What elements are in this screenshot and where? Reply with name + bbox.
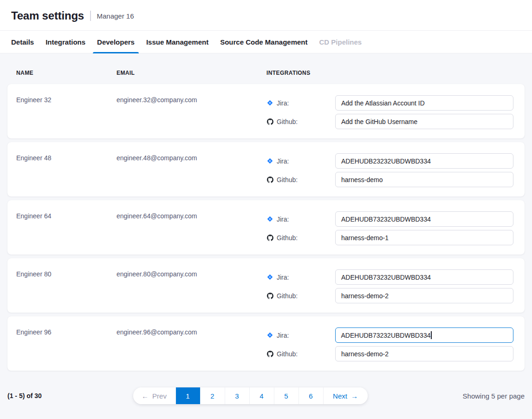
developer-name: Engineer 48 xyxy=(16,153,117,187)
jira-icon xyxy=(266,274,273,280)
jira-input[interactable]: ADEHUDB73232UBDWBD334 xyxy=(335,269,513,285)
table-row: Engineer 64 engineer.64@company.com Jira… xyxy=(7,200,525,255)
tab-bar: DetailsIntegrationsDevelopersIssue Manag… xyxy=(0,30,532,53)
github-input[interactable]: harness-demo-1 xyxy=(335,230,513,245)
page-button-2[interactable]: 2 xyxy=(200,387,225,404)
github-label: Github: xyxy=(277,118,298,125)
column-header-name: NAME xyxy=(16,70,117,76)
integrations-cell: Jira: ADEHUDB23232UBDWBD334 Github: harn… xyxy=(266,153,513,187)
tab-source-code-management[interactable]: Source Code Management xyxy=(216,31,311,53)
integrations-cell: Jira: ADEHUDB73232UBDWBD334 Github: harn… xyxy=(266,327,513,361)
title-divider xyxy=(90,11,91,21)
github-icon xyxy=(266,293,273,299)
github-input[interactable]: harness-demo xyxy=(335,172,513,187)
jira-label: Jira: xyxy=(277,332,289,339)
github-label: Github: xyxy=(277,234,298,242)
pagination-controls: ←Prev123456Next→ xyxy=(133,387,368,404)
jira-label: Jira: xyxy=(277,274,289,281)
arrow-left-icon: ← xyxy=(142,392,149,400)
developer-name: Engineer 96 xyxy=(16,327,117,361)
integrations-cell: Jira: Add the Atlassian Account ID Githu… xyxy=(266,95,513,129)
table-row: Engineer 96 engineer.96@company.com Jira… xyxy=(7,316,525,371)
jira-input[interactable]: ADEHUDB73232UBDWBD334 xyxy=(335,327,513,343)
table-row: Engineer 32 engineer.32@company.com Jira… xyxy=(7,84,525,138)
jira-icon xyxy=(266,216,273,222)
github-icon xyxy=(266,235,273,241)
github-input[interactable]: Add the GitHub Username xyxy=(335,114,513,129)
integrations-cell: Jira: ADEHUDB73232UBDWBD334 Github: harn… xyxy=(266,269,513,303)
tab-cd-pipelines: CD Pipelines xyxy=(315,31,366,53)
developer-name: Engineer 64 xyxy=(16,211,117,245)
page-button-5[interactable]: 5 xyxy=(274,387,298,404)
github-icon xyxy=(266,177,273,183)
developer-name: Engineer 32 xyxy=(16,95,117,129)
table-row: Engineer 80 engineer.80@company.com Jira… xyxy=(7,258,525,313)
github-input[interactable]: harness-demo-2 xyxy=(335,346,513,361)
integrations-cell: Jira: ADEHUDB73232UBDWBD334 Github: harn… xyxy=(266,211,513,245)
per-page-label: Showing 5 per page xyxy=(413,392,525,400)
github-label: Github: xyxy=(277,292,298,300)
github-label: Github: xyxy=(277,350,298,358)
jira-input[interactable]: ADEHUDB23232UBDWBD334 xyxy=(335,153,513,169)
jira-label: Jira: xyxy=(277,216,289,223)
github-label: Github: xyxy=(277,176,298,183)
page-button-6[interactable]: 6 xyxy=(298,387,323,404)
page-button-3[interactable]: 3 xyxy=(225,387,249,404)
page-button-1[interactable]: 1 xyxy=(175,387,200,404)
tab-integrations[interactable]: Integrations xyxy=(41,31,90,53)
jira-icon xyxy=(266,100,273,106)
table-row: Engineer 48 engineer.48@company.com Jira… xyxy=(7,142,525,196)
github-icon xyxy=(266,351,273,357)
github-input[interactable]: harness-demo-2 xyxy=(335,288,513,303)
jira-input[interactable]: ADEHUDB73232UBDWBD334 xyxy=(335,211,513,227)
jira-input[interactable]: Add the Atlassian Account ID xyxy=(335,95,513,111)
page-subtitle: Manager 16 xyxy=(97,12,134,20)
tab-developers[interactable]: Developers xyxy=(93,31,139,53)
developer-email: engineer.96@company.com xyxy=(117,327,266,361)
page-header: Team settings Manager 16 xyxy=(0,0,532,30)
pagination-range-label: (1 - 5) of 30 xyxy=(7,392,119,399)
text-caret xyxy=(431,331,432,339)
next-page-button[interactable]: Next→ xyxy=(323,387,368,404)
github-icon xyxy=(266,118,273,125)
tab-details[interactable]: Details xyxy=(7,31,38,53)
jira-label: Jira: xyxy=(277,99,289,107)
developers-table: NAME EMAIL INTEGRATIONS Engineer 32 engi… xyxy=(0,53,532,371)
column-header-email: EMAIL xyxy=(117,70,266,76)
developer-email: engineer.64@company.com xyxy=(117,211,266,245)
column-header-integrations: INTEGRATIONS xyxy=(266,70,513,76)
prev-page-button[interactable]: ←Prev xyxy=(133,387,175,404)
developer-name: Engineer 80 xyxy=(16,269,117,303)
jira-label: Jira: xyxy=(277,157,289,165)
page-title: Team settings xyxy=(11,9,84,22)
developer-email: engineer.48@company.com xyxy=(117,153,266,187)
page-button-4[interactable]: 4 xyxy=(249,387,274,404)
table-header: NAME EMAIL INTEGRATIONS xyxy=(7,53,525,84)
jira-icon xyxy=(266,332,273,338)
pagination-bar: (1 - 5) of 30 ←Prev123456Next→ Showing 5… xyxy=(0,374,532,404)
tab-issue-management[interactable]: Issue Management xyxy=(142,31,213,53)
developer-email: engineer.32@company.com xyxy=(117,95,266,129)
developer-email: engineer.80@company.com xyxy=(117,269,266,303)
jira-icon xyxy=(266,158,273,164)
arrow-right-icon: → xyxy=(351,392,358,400)
